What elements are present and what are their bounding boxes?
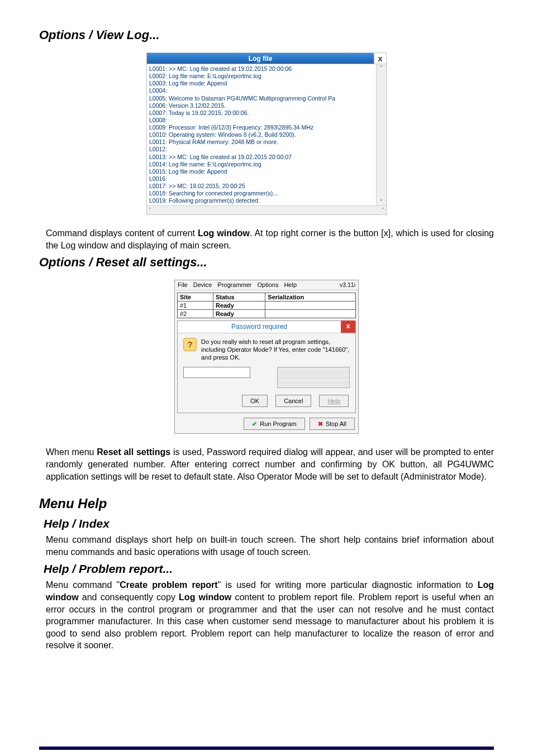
col-serial: Serialization: [265, 293, 356, 301]
check-icon: ✔: [252, 420, 257, 428]
log-vertical-scrollbar[interactable]: ˄ ˅: [376, 64, 386, 205]
log-content: L0001: >> MC: Log file created at 19.02.…: [147, 64, 376, 205]
cell-serial: [265, 301, 356, 309]
log-line: L0010: Operating system: Windows 8 (v6.2…: [149, 131, 374, 138]
stop-all-button[interactable]: ✖ Stop All: [310, 418, 355, 430]
dialog-close-button[interactable]: x: [341, 320, 355, 333]
log-line: L0011: Physical RAM memory: 2048 MB or m…: [149, 138, 374, 146]
log-window: Log file x L0001: >> MC: Log file create…: [146, 52, 387, 215]
log-line: L0016:: [149, 175, 374, 183]
log-line: L0006: Version 3.12/02.2015.: [149, 102, 374, 109]
cell-serial: [265, 309, 356, 318]
log-line: L0008:: [149, 117, 374, 124]
log-line: L0014: Log file name: E:\Logs\reportmc.l…: [149, 161, 374, 168]
log-window-title: Log file: [147, 53, 374, 64]
log-line: L0019: Following programmer(s) detected:: [149, 197, 374, 204]
log-line: L0017: >> MC: 19.02.2015, 20:00:25: [149, 183, 374, 190]
log-line: L0012:: [149, 146, 374, 153]
log-description: Command displays content of current Log …: [46, 227, 494, 251]
ok-button[interactable]: OK: [242, 395, 268, 407]
log-line: L0005: Welcome to Dataman PG4UWMC Multip…: [149, 95, 374, 102]
cell-status: Ready: [213, 309, 265, 318]
log-horizontal-scrollbar[interactable]: ˂ ˃: [147, 205, 386, 214]
log-line: L0013: >> MC: Log file created at 19.02.…: [149, 154, 374, 161]
site-status-table: Site Status Serialization #1 Ready #2 Re…: [177, 293, 356, 318]
app-version: v3.11i: [340, 281, 355, 288]
log-line: L0003: Log file mode: Append: [149, 80, 374, 87]
password-dialog-window: File Device Programmer Options Help v3.1…: [174, 280, 359, 434]
scroll-up-icon[interactable]: ˄: [380, 65, 383, 71]
help-index-desc: Menu command displays short help on buil…: [46, 534, 494, 558]
log-close-button[interactable]: x: [374, 54, 386, 64]
password-required-dialog: Password required x ? Do you really wish…: [177, 320, 356, 414]
menu-help[interactable]: Help: [284, 281, 297, 288]
scroll-right-icon[interactable]: ˃: [382, 207, 384, 213]
onscreen-keyboard[interactable]: [277, 367, 350, 388]
menu-device[interactable]: Device: [193, 281, 212, 288]
help-problem-desc: Menu command "Create problem report" is …: [46, 579, 494, 652]
table-row: #2 Ready: [178, 309, 356, 318]
scroll-down-icon[interactable]: ˅: [380, 199, 383, 205]
heading-help-index: Help / Index: [44, 517, 494, 530]
col-site: Site: [178, 293, 213, 301]
menu-options[interactable]: Options: [257, 281, 278, 288]
menu-file[interactable]: File: [178, 281, 188, 288]
reset-description: When menu Reset all settings is used, Pa…: [46, 446, 494, 482]
password-input[interactable]: [183, 367, 250, 378]
heading-reset-all: Options / Reset all settings...: [39, 255, 494, 270]
col-status: Status: [213, 293, 265, 301]
question-icon: ?: [183, 338, 197, 351]
log-line: L0002: Log file name: E:\Logs\reportmc.l…: [149, 73, 374, 80]
cell-site: #1: [178, 301, 213, 309]
heading-view-log: Options / View Log...: [39, 28, 494, 42]
dialog-message: Do you really wish to reset all program …: [201, 338, 350, 362]
log-line: L0009: Processor: Intel (6/12/3) Frequen…: [149, 124, 374, 131]
run-program-button[interactable]: ✔ Run Program: [244, 418, 304, 430]
page-number: 40: [39, 750, 494, 756]
log-line: L0015: Log file mode: Append: [149, 168, 374, 175]
dialog-title: Password required: [178, 323, 341, 331]
help-button[interactable]: Help: [319, 395, 349, 407]
x-icon: ✖: [318, 420, 323, 428]
cell-site: #2: [178, 309, 213, 318]
log-line: L0001: >> MC: Log file created at 19.02.…: [149, 65, 374, 73]
log-line: L0018: Searching for connected programme…: [149, 190, 374, 197]
heading-help-problem: Help / Problem report...: [44, 562, 494, 576]
cancel-button[interactable]: Cancel: [275, 395, 311, 407]
table-row: #1 Ready: [178, 301, 356, 309]
app-menubar: File Device Programmer Options Help v3.1…: [175, 280, 358, 290]
scroll-left-icon[interactable]: ˂: [149, 207, 151, 213]
log-line: L0007: Today is 19.02.2015, 20:00:06.: [149, 109, 374, 117]
log-line: L0004:: [149, 87, 374, 94]
heading-menu-help: Menu Help: [39, 496, 494, 511]
menu-programmer[interactable]: Programmer: [217, 281, 251, 288]
cell-status: Ready: [213, 301, 265, 309]
